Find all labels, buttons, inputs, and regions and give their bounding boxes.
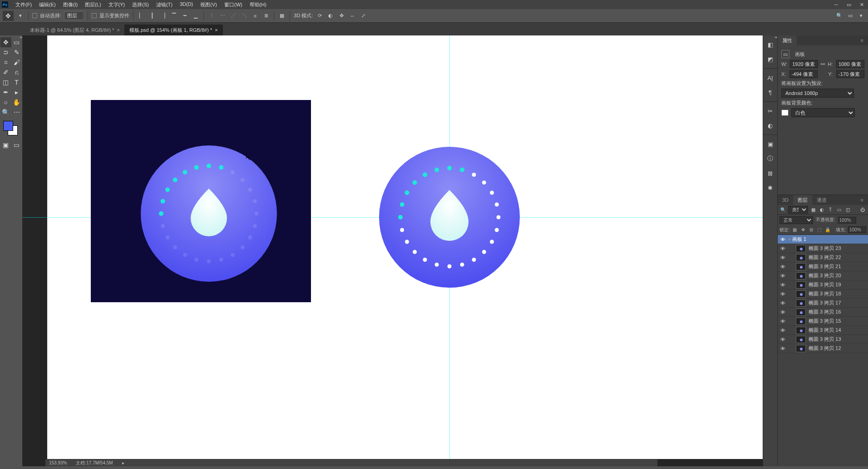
3d-scale-icon[interactable]: ⤢: [359, 12, 367, 20]
preset-select[interactable]: Android 1080p: [781, 89, 854, 98]
type-tool[interactable]: T: [11, 77, 22, 87]
visibility-toggle[interactable]: 👁: [779, 300, 787, 306]
bgcolor-swatch[interactable]: [781, 110, 789, 116]
search-icon[interactable]: 🔍: [835, 12, 843, 20]
filter-pixel-icon[interactable]: ▦: [809, 206, 817, 214]
blend-mode-select[interactable]: 正常: [779, 216, 813, 224]
eraser-tool[interactable]: ◫: [0, 77, 11, 87]
layer-name[interactable]: 椭圆 3 拷贝 16: [809, 309, 867, 315]
layer-name[interactable]: 椭圆 3 拷贝 14: [809, 327, 867, 334]
layer-name[interactable]: 椭圆 3 拷贝 17: [809, 299, 867, 306]
hand-tool[interactable]: ✋: [11, 97, 22, 107]
menu-item[interactable]: 图层(L): [81, 1, 104, 8]
height-input[interactable]: [836, 60, 864, 68]
visibility-toggle[interactable]: 👁: [779, 282, 787, 288]
channels-tab[interactable]: 通道: [812, 195, 831, 205]
lock-position-icon[interactable]: ✥: [800, 227, 806, 233]
layer-name[interactable]: 画板 1: [792, 236, 867, 243]
visibility-toggle[interactable]: 👁: [779, 264, 787, 269]
workspace-menu-icon[interactable]: ▾: [857, 12, 865, 20]
layer-name[interactable]: 椭圆 3 拷贝 18: [809, 290, 867, 297]
lock-pixels-icon[interactable]: ▦: [792, 227, 798, 233]
fill-input[interactable]: [848, 226, 866, 233]
adjustments-panel-icon[interactable]: ✂: [764, 105, 776, 117]
filter-toggle-icon[interactable]: ⏻: [859, 206, 866, 214]
properties-tab[interactable]: 属性: [778, 35, 797, 45]
layer-name[interactable]: 椭圆 3 拷贝 15: [809, 318, 867, 324]
y-input[interactable]: [836, 70, 864, 78]
filter-search-icon[interactable]: 🔍: [779, 206, 787, 214]
tab-close-icon[interactable]: ×: [215, 27, 217, 33]
path-select-tool[interactable]: ▸: [11, 87, 22, 97]
visibility-toggle[interactable]: 👁: [779, 337, 787, 342]
filter-type-select[interactable]: 类型: [788, 206, 808, 214]
color-swatches[interactable]: [3, 121, 20, 137]
visibility-toggle[interactable]: 👁: [779, 309, 787, 315]
menu-item[interactable]: 窗口(W): [221, 1, 246, 8]
visibility-toggle[interactable]: 👁: [779, 273, 787, 279]
layer-name[interactable]: 椭圆 3 拷贝 19: [809, 281, 867, 288]
align-left-icon[interactable]: ▏: [137, 12, 145, 20]
brush-tool[interactable]: 🖌: [11, 57, 22, 67]
distribute-5-icon[interactable]: ≡: [251, 12, 259, 20]
zoom-level[interactable]: 153.93%: [49, 460, 67, 465]
layer-row[interactable]: 👁椭圆 3 拷贝 12: [778, 344, 868, 353]
menu-item[interactable]: 滤镜(T): [153, 1, 176, 8]
libraries-panel-icon[interactable]: ▣: [764, 138, 776, 150]
distribute-1-icon[interactable]: ⋮: [207, 12, 216, 20]
layer-row[interactable]: 👁椭圆 3 拷贝 16: [778, 308, 868, 317]
layer-name[interactable]: 椭圆 3 拷贝 22: [809, 254, 867, 261]
layers-panel-menu-icon[interactable]: ≡: [856, 195, 868, 205]
distribute-4-icon[interactable]: ⋱: [240, 12, 248, 20]
opacity-input[interactable]: [838, 217, 856, 224]
align-center-h-icon[interactable]: ┃: [148, 12, 156, 20]
maximize-button[interactable]: ▭: [844, 1, 853, 8]
x-input[interactable]: [789, 70, 818, 78]
visibility-toggle[interactable]: 👁: [779, 291, 787, 297]
menu-item[interactable]: 文件(F): [12, 1, 35, 8]
menu-item[interactable]: 文字(Y): [105, 1, 129, 8]
disclosure-icon[interactable]: ▾: [787, 237, 792, 242]
align-top-icon[interactable]: ▔: [170, 12, 178, 20]
3d-tab[interactable]: 3D: [778, 195, 793, 205]
align-center-v-icon[interactable]: ━: [181, 12, 189, 20]
layer-list[interactable]: 👁 ▾ 画板 1 👁椭圆 3 拷贝 23👁椭圆 3 拷贝 22👁椭圆 3 拷贝 …: [778, 235, 868, 466]
edit-toolbar[interactable]: ⋯: [11, 107, 22, 117]
layer-name[interactable]: 椭圆 3 拷贝 21: [809, 263, 867, 270]
eyedropper-tool[interactable]: ✐: [0, 67, 11, 77]
layer-row[interactable]: 👁椭圆 3 拷贝 17: [778, 299, 868, 308]
bgcolor-select[interactable]: 白色: [791, 108, 855, 117]
visibility-toggle[interactable]: 👁: [779, 246, 787, 251]
menu-item[interactable]: 视图(V): [197, 1, 221, 8]
menu-item[interactable]: 图像(I): [59, 1, 81, 8]
layer-row[interactable]: 👁椭圆 3 拷贝 15: [778, 317, 868, 326]
3d-pan-icon[interactable]: ✥: [337, 12, 345, 20]
layer-row[interactable]: 👁椭圆 3 拷贝 13: [778, 335, 868, 344]
visibility-toggle[interactable]: 👁: [779, 319, 787, 324]
filter-adjust-icon[interactable]: ◐: [818, 206, 825, 214]
visibility-toggle[interactable]: 👁: [779, 346, 787, 351]
3d-slide-icon[interactable]: ↔: [348, 12, 356, 20]
filter-type-icon[interactable]: T: [827, 206, 834, 214]
canvas-area[interactable]: ↖ 153.93% 文档:17.7M/54.5M ▸: [23, 35, 763, 466]
styles-panel-icon[interactable]: ◐: [764, 120, 776, 131]
auto-select-target[interactable]: 图层: [64, 11, 84, 20]
filter-smart-icon[interactable]: ◫: [844, 206, 851, 214]
auto-align-icon[interactable]: ▦: [278, 12, 286, 20]
align-right-icon[interactable]: ▕: [159, 12, 167, 20]
move-tool-icon[interactable]: ✥: [3, 11, 14, 21]
distribute-3-icon[interactable]: ⋰: [229, 12, 237, 20]
status-arrow[interactable]: ▸: [122, 460, 124, 465]
lock-all-icon[interactable]: 🔒: [824, 227, 831, 233]
3d-orbit-icon[interactable]: ⟳: [316, 12, 324, 20]
menu-item[interactable]: 帮助(H): [246, 1, 270, 8]
layer-row[interactable]: 👁椭圆 3 拷贝 14: [778, 326, 868, 335]
lock-artboard-icon[interactable]: ⊞: [808, 227, 814, 233]
layer-name[interactable]: 椭圆 3 拷贝 23: [809, 245, 867, 252]
layer-row[interactable]: 👁椭圆 3 拷贝 20: [778, 271, 868, 280]
artboard-layer-row[interactable]: 👁 ▾ 画板 1: [778, 235, 868, 244]
artboard-tool[interactable]: ▭: [11, 37, 22, 47]
workspace-icon[interactable]: ▭: [846, 12, 854, 20]
layer-row[interactable]: 👁椭圆 3 拷贝 18: [778, 289, 868, 299]
quick-mask-tool[interactable]: ▣: [0, 140, 11, 150]
